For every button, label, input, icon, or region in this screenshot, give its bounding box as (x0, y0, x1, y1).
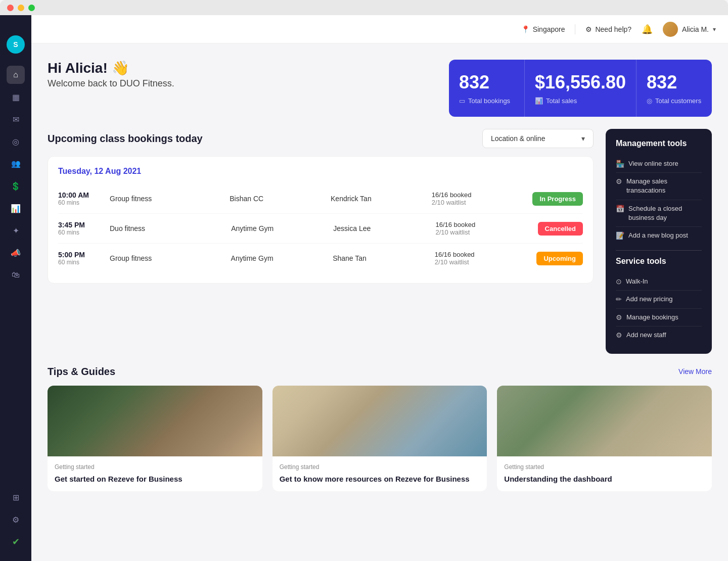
inbox-icon: ✉ (13, 115, 19, 124)
sidebar-item-money[interactable]: ◎ (7, 132, 25, 151)
tool-item-schedule-closed[interactable]: 📅 Schedule a closed business day (616, 200, 702, 227)
tips-section: Tips & Guides View More Getting started … (48, 366, 712, 491)
bookings-header: Upcoming class bookings today Location &… (48, 129, 594, 148)
tools-card: Management tools 🏪 View online store ⚙ M… (606, 129, 712, 354)
sidebar-item-chart[interactable]: 📊 (7, 199, 25, 217)
grid-icon: ⊞ (13, 493, 19, 502)
tip-image-1 (272, 386, 487, 456)
sidebar-item-logo[interactable]: ✔ (7, 533, 25, 551)
stat-bookings-value: 832 (459, 72, 514, 93)
location-pin-icon: 📍 (521, 25, 530, 33)
bag-icon: 🛍 (12, 270, 20, 279)
table-row: 10:00 AM 60 mins Group fitness Bishan CC… (58, 184, 583, 214)
sidebar-item-inbox[interactable]: ✉ (7, 110, 25, 128)
main-content: 📍 Singapore ⚙ Need help? 🔔 Alicia M. ▾ H… (31, 15, 728, 561)
booking-status-cancelled: Cancelled (538, 222, 583, 236)
booking-time: 10:00 AM 60 mins (58, 191, 104, 206)
tool-label-walk-in: Walk-In (626, 277, 648, 286)
tool-item-add-pricing[interactable]: ✏ Add new pricing (616, 291, 702, 308)
booking-capacity: 16/16 booked 2/10 waitlist (435, 251, 531, 266)
booking-booked: 16/16 booked (432, 191, 527, 199)
booking-booked: 16/16 booked (435, 251, 531, 258)
view-more-link[interactable]: View More (678, 367, 712, 376)
tip-image-0 (48, 386, 262, 456)
chevron-down-icon: ▾ (713, 26, 716, 33)
management-tools-list: 🏪 View online store ⚙ Manage sales trans… (616, 155, 702, 244)
sidebar-item-settings[interactable]: ⚙ (7, 510, 25, 529)
status-badge: Upcoming (536, 254, 583, 263)
tool-item-walk-in[interactable]: ⊙ Walk-In (616, 273, 702, 291)
sidebar-item-star[interactable]: ✦ (7, 221, 25, 240)
page-content: Hi Alicia! 👋 Welcome back to DUO Fitness… (31, 43, 728, 561)
topbar-help-button[interactable]: ⚙ Need help? (585, 25, 631, 33)
sidebar-item-megaphone[interactable]: 📣 (7, 244, 25, 262)
megaphone-icon: 📣 (11, 248, 21, 258)
calendar-box: Tuesday, 12 Aug 2021 10:00 AM 60 mins Gr… (48, 156, 594, 284)
calendar-icon: ▦ (12, 92, 20, 102)
tip-image-2 (497, 386, 712, 456)
bookings-title: Upcoming class bookings today (48, 133, 203, 145)
booking-trainer: Kendrick Tan (331, 195, 426, 203)
tip-card[interactable]: Getting started Get to know more resourc… (272, 386, 487, 491)
stat-bookings-label: Total bookings (468, 97, 510, 105)
tip-content: Getting started Get started on Rezeve fo… (48, 456, 262, 491)
tool-item-add-staff[interactable]: ⚙ Add new staff (616, 326, 702, 344)
topbar-location[interactable]: 📍 Singapore (521, 25, 565, 33)
booking-location: Anytime Gym (231, 254, 327, 262)
welcome-subtitle: Welcome back to DUO Fitness. (48, 78, 174, 89)
calendar-date: Tuesday, 12 Aug 2021 (58, 167, 583, 176)
add-staff-icon: ⚙ (616, 331, 622, 339)
tools-divider (616, 250, 702, 251)
stat-customers-value: 832 (647, 72, 702, 93)
topbar-notification-bell[interactable]: 🔔 (642, 24, 653, 35)
customers-icon: ◎ (647, 97, 652, 105)
booking-time-main: 5:00 PM (58, 251, 104, 259)
sidebar-item-grid[interactable]: ⊞ (7, 488, 25, 506)
sidebar-item-people[interactable]: 👥 (7, 155, 25, 173)
sidebar-item-bag[interactable]: 🛍 (7, 266, 25, 284)
tool-item-view-store[interactable]: 🏪 View online store (616, 155, 702, 173)
booking-time-main: 3:45 PM (58, 221, 104, 229)
manage-bookings-icon: ⚙ (616, 313, 622, 321)
booking-status-inprogress: In Progress (532, 192, 583, 206)
stat-customers: 832 ◎ Total customers (636, 60, 712, 117)
booking-status-upcoming: Upcoming (536, 252, 583, 265)
welcome-text: Hi Alicia! 👋 Welcome back to DUO Fitness… (48, 60, 174, 89)
logo-icon: ✔ (12, 536, 20, 547)
topbar-help-label: Need help? (595, 25, 631, 33)
sidebar-item-home[interactable]: ⌂ (7, 66, 25, 84)
booking-waitlist: 2/10 waitlist (435, 228, 531, 236)
tool-label-add-blog: Add a new blog post (628, 231, 688, 240)
topbar-divider (575, 24, 575, 34)
stat-customers-label-row: ◎ Total customers (647, 97, 702, 105)
location-filter-value: Location & online (491, 134, 545, 143)
sidebar-item-calendar[interactable]: ▦ (7, 88, 25, 106)
tool-item-add-blog[interactable]: 📝 Add a new blog post (616, 227, 702, 244)
tool-item-manage-bookings[interactable]: ⚙ Manage bookings (616, 309, 702, 326)
add-pricing-icon: ✏ (616, 295, 622, 303)
booking-class: Duo fitness (110, 224, 225, 232)
stat-sales: $16,556.80 📊 Total sales (525, 60, 636, 117)
sidebar-avatar[interactable]: S (7, 35, 25, 54)
tool-item-manage-sales[interactable]: ⚙ Manage sales transacations (616, 173, 702, 200)
sidebar-item-dollar[interactable]: 💲 (7, 177, 25, 195)
dot-green[interactable] (28, 5, 35, 11)
tip-title: Get started on Rezeve for Business (55, 474, 255, 484)
service-tools-title: Service tools (616, 257, 702, 266)
tips-title: Tips & Guides (48, 366, 115, 378)
tip-card[interactable]: Getting started Get started on Rezeve fo… (48, 386, 262, 491)
dot-red[interactable] (7, 5, 14, 11)
table-row: 5:00 PM 60 mins Group fitness Anytime Gy… (58, 244, 583, 273)
dollar-icon: 💲 (11, 181, 21, 191)
status-badge: Cancelled (538, 224, 583, 233)
stat-sales-value: $16,556.80 (535, 72, 626, 93)
booking-duration: 60 mins (58, 199, 104, 206)
star-icon: ✦ (13, 226, 19, 236)
topbar-user-menu[interactable]: Alicia M. ▾ (663, 22, 716, 37)
tip-card[interactable]: Getting started Understanding the dashbo… (497, 386, 712, 491)
tips-grid: Getting started Get started on Rezeve fo… (48, 386, 712, 491)
dot-yellow[interactable] (18, 5, 24, 11)
welcome-section: Hi Alicia! 👋 Welcome back to DUO Fitness… (48, 60, 712, 117)
location-filter-dropdown[interactable]: Location & online ▾ (482, 129, 594, 148)
topbar: 📍 Singapore ⚙ Need help? 🔔 Alicia M. ▾ (31, 15, 728, 43)
